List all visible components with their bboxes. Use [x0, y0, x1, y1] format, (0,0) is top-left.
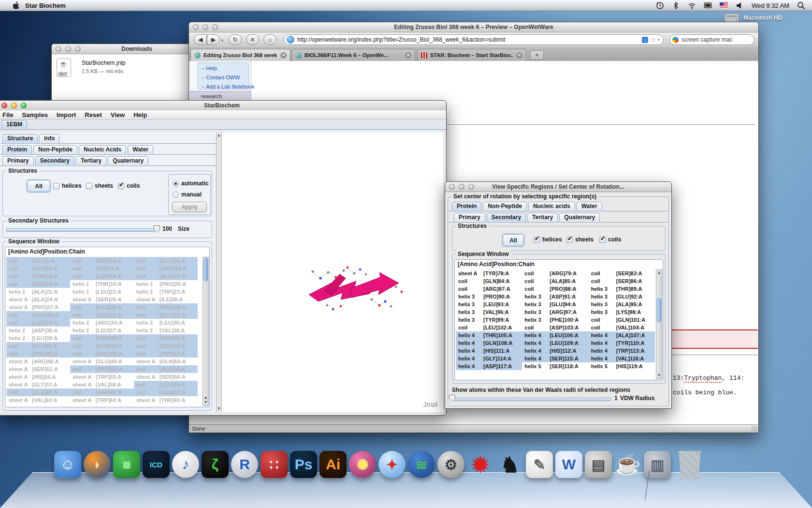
residue-cell[interactable]: coil[LEU]16:A [70, 272, 134, 280]
residue-cell[interactable]: helix 4[LEU]106:A [522, 331, 588, 339]
residue-cell[interactable]: helix 2[LEU]39:A [6, 334, 70, 342]
tab-non-peptide[interactable]: Non-Peptide [483, 202, 527, 210]
residue-cell[interactable]: coil[GLU]11:A [134, 257, 198, 265]
residue-cell[interactable]: coil[TRP]47:A [134, 350, 198, 358]
jmol-viewer[interactable]: Jmol [222, 132, 443, 412]
close-button[interactable] [449, 184, 455, 190]
tab-tertiary[interactable]: Tertiary [527, 213, 558, 222]
system-preferences-icon[interactable]: ⚙ [437, 451, 464, 478]
tab-structure[interactable]: Structure [2, 134, 38, 143]
home-button[interactable]: ⌂ [263, 34, 276, 45]
tab-secondary[interactable]: Secondary [487, 213, 526, 222]
manual-radio[interactable] [173, 192, 179, 198]
residue-cell[interactable]: helix 1[LEU]22:A [70, 288, 134, 296]
residue-cell[interactable]: helix 4[LEU]109:A [522, 339, 588, 347]
sidebar-link-contact-oww[interactable]: Contact OWW [202, 73, 248, 82]
sequence-scrollbar[interactable]: ▲ ▼ [656, 269, 662, 379]
browser-tab-1[interactable]: Editing Zrusso Biol 368 week 6...✕ [190, 49, 290, 61]
tab-protein[interactable]: Protein [452, 202, 481, 210]
residue-cell[interactable]: helix 1[ALA]21:A [6, 288, 70, 296]
all-button[interactable]: All [27, 180, 50, 192]
helices-checkbox[interactable] [53, 183, 59, 189]
dot-sphere-icon[interactable]: ✺ [349, 451, 376, 478]
residue-cell[interactable]: helix 5[SER]118:A [522, 362, 588, 370]
illustrator-icon[interactable]: Ai [319, 451, 347, 478]
starbiochem-titlebar[interactable]: StarBiochem [0, 101, 446, 111]
zoom-button[interactable] [212, 24, 218, 30]
residue-cell[interactable]: helix 4[THR]105:A [456, 331, 522, 339]
tab-quaternary[interactable]: Quaternary [559, 213, 600, 222]
sheets-checkbox[interactable] [86, 183, 92, 189]
residue-cell[interactable]: coil[SER]31:A [70, 311, 134, 319]
residue-cell[interactable]: helix 2[ARG]34:A [70, 319, 134, 327]
scrollbar-thumb[interactable] [657, 298, 661, 322]
active-app-name[interactable]: Star Biochem [25, 2, 66, 9]
finder-icon[interactable]: ☺ [54, 451, 81, 478]
tab-primary[interactable]: Primary [454, 213, 485, 222]
residue-cell[interactable]: coil[SER]44:A [134, 342, 198, 350]
residue-cell[interactable]: helix 4[HIS]112:A [522, 347, 588, 355]
residue-cell[interactable]: helix 3[LYS]98:A [589, 308, 655, 316]
residue-cell[interactable]: coil[ALA]85:A [522, 277, 588, 285]
tab-non-peptide[interactable]: Non-Peptide [33, 145, 77, 154]
editor-text-line[interactable]: coils being blue. [673, 389, 737, 396]
scroll-up-icon[interactable]: ▲ [203, 395, 208, 400]
us-flag-icon[interactable] [720, 2, 728, 8]
sidebar-link-add-lab-notebook[interactable]: Add a Lab Notebook [202, 82, 248, 91]
rss-icon[interactable]: ) [642, 37, 648, 43]
back-button[interactable]: ◀ [194, 34, 207, 45]
spotlight-icon[interactable] [797, 1, 805, 10]
automatic-radio[interactable] [173, 180, 179, 187]
residue-cell[interactable]: coil[PRO]52:A [70, 365, 134, 373]
scroll-down-icon[interactable]: ▼ [203, 400, 208, 405]
sidebar-section-research[interactable]: research [189, 91, 251, 101]
residue-cell[interactable]: sheet A[VAL]63:A [6, 396, 70, 404]
trash-icon[interactable] [678, 451, 702, 479]
icd-hexagon-icon[interactable]: ICD [143, 451, 170, 478]
panel-scrollbar[interactable]: ▲ ▼ [216, 132, 222, 412]
residue-cell[interactable]: coil[HIS]13:A [70, 265, 134, 272]
zoom-button[interactable] [75, 46, 81, 52]
close-button[interactable] [56, 46, 61, 52]
residue-cell[interactable]: helix 4[GLN]108:A [456, 339, 522, 347]
search-field[interactable]: screen capture mac [669, 34, 754, 45]
residue-cell[interactable]: helix 1[TRP]23:A [134, 288, 198, 296]
residue-cell[interactable]: sheet A[LEU]66:A [6, 404, 70, 406]
residue-cell[interactable]: sheet A[TRP]64:A [70, 396, 134, 404]
residue-cell[interactable]: helix 2[LEU]37:A [70, 327, 134, 334]
tab-info[interactable]: Info [39, 134, 59, 143]
residue-cell[interactable]: helix 4[ALA]107:A [589, 331, 655, 339]
minimize-button[interactable] [459, 184, 464, 190]
scroll-down-icon[interactable]: ▼ [656, 373, 662, 378]
close-button[interactable] [193, 24, 199, 30]
residue-cell[interactable]: coil[PRO]40:A [70, 334, 134, 342]
residue-cell[interactable]: coil[ARG]46:A [70, 350, 134, 358]
residue-cell[interactable]: helix 1[THR]19:A [70, 280, 134, 288]
scroll-up-icon[interactable]: ▲ [217, 133, 221, 138]
bookmark-dropdown-icon[interactable]: ▾ [658, 38, 660, 42]
residue-cell[interactable]: helix 4[SER]115:A [522, 355, 588, 362]
residue-cell[interactable]: sheet A[GLU]49:A [70, 358, 134, 365]
residue-cell[interactable]: helix 4[VAL]116:A [589, 355, 655, 362]
residue-cell[interactable]: coil[ARG]79:A [522, 269, 588, 277]
menu-import[interactable]: Import [57, 111, 76, 119]
menu-view[interactable]: View [111, 111, 125, 119]
residue-cell[interactable]: coil[SER]83:A [589, 269, 655, 277]
residue-cell[interactable]: sheet A[THR]67:A [70, 404, 134, 406]
menu-help[interactable]: Help [133, 111, 147, 119]
firefox-icon[interactable]: ◗ [84, 451, 111, 478]
zoom-button[interactable] [21, 103, 27, 108]
tab-close-icon[interactable]: ✕ [516, 52, 522, 59]
apple-menu-icon[interactable] [13, 1, 20, 10]
textedit-icon[interactable]: ✎ [526, 451, 553, 478]
display-icon[interactable] [704, 1, 712, 10]
residue-cell[interactable]: coil[ARG]30:A [6, 311, 70, 319]
minimize-button[interactable] [65, 46, 71, 52]
residue-cell[interactable]: coil[GLY]9:A [6, 257, 70, 265]
scrollbar-thumb[interactable] [203, 258, 208, 281]
coffee-cup-icon[interactable]: ☕ [614, 451, 641, 478]
residue-cell[interactable]: coil[SER]41:A [134, 334, 198, 342]
residue-cell[interactable]: coil[GLY]42:A [6, 342, 70, 350]
residue-cell[interactable]: helix 2[VAL]38:A [134, 327, 198, 334]
dialog-titlebar[interactable]: View Specific Regions / Set Center of Ro… [445, 182, 671, 192]
